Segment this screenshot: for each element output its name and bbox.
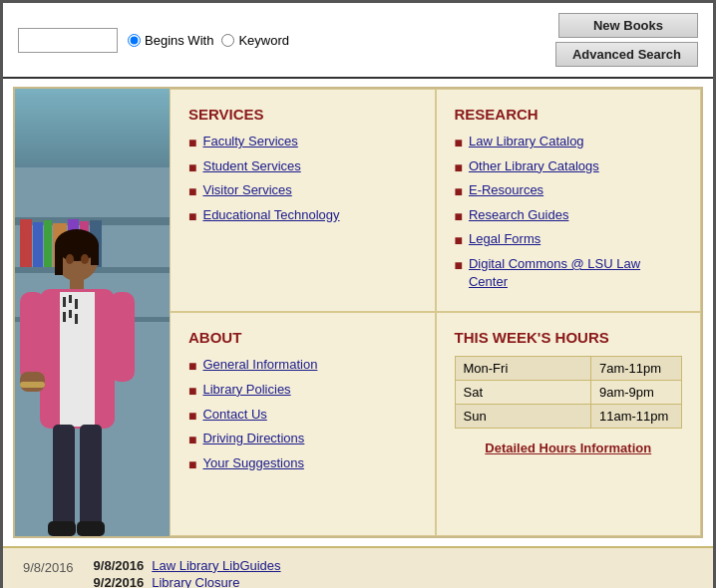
- research-panel: RESEARCH ■ Law Library Catalog ■ Other L…: [436, 89, 702, 312]
- news-date-2: 9/2/2016: [94, 575, 145, 588]
- hours-time-2: 9am-9pm: [591, 381, 682, 405]
- begins-with-label[interactable]: Begins With: [128, 33, 213, 48]
- list-item: ■ Faculty Services: [188, 133, 417, 153]
- about-title: ABOUT: [188, 329, 417, 346]
- bullet-icon: ■: [188, 431, 196, 450]
- begins-with-radio[interactable]: [128, 34, 141, 47]
- about-list: ■ General Information ■ Library Policies…: [188, 356, 417, 474]
- list-item: ■ Other Library Catalogs: [455, 157, 683, 178]
- begins-with-text: Begins With: [145, 33, 213, 48]
- hours-time-3: 11am-11pm: [591, 405, 682, 429]
- bullet-icon: ■: [188, 158, 196, 178]
- svg-rect-27: [20, 382, 45, 388]
- svg-rect-32: [48, 521, 76, 536]
- keyword-label[interactable]: Keyword: [221, 33, 289, 48]
- svg-rect-23: [75, 314, 78, 324]
- hours-time-1: 7am-11pm: [591, 357, 682, 381]
- news-link-2[interactable]: Library Closure: [152, 575, 239, 588]
- news-item-2: 9/2/2016 Library Closure: [94, 575, 281, 588]
- bullet-icon: ■: [455, 231, 463, 251]
- research-title: RESEARCH: [455, 106, 683, 123]
- footer-news: 9/8/2016 Law Library LibGuides 9/2/2016 …: [94, 558, 281, 588]
- list-item: ■ Contact Us: [188, 406, 417, 427]
- digital-commons-link[interactable]: Digital Commons @ LSU Law Center: [469, 255, 682, 291]
- bullet-icon: ■: [455, 182, 463, 202]
- svg-rect-21: [63, 312, 66, 322]
- top-bar: Begins With Keyword New Books Advanced S…: [3, 3, 713, 79]
- advanced-search-button[interactable]: Advanced Search: [555, 42, 698, 67]
- svg-point-29: [81, 254, 89, 264]
- educational-technology-link[interactable]: Educational Technology: [202, 206, 339, 224]
- svg-rect-14: [91, 245, 99, 265]
- outer-wrapper: Begins With Keyword New Books Advanced S…: [0, 0, 716, 588]
- search-input[interactable]: [18, 28, 118, 53]
- hours-day-1: Mon-Fri: [455, 357, 591, 381]
- table-row: Mon-Fri 7am-11pm: [455, 357, 682, 381]
- law-library-catalog-link[interactable]: Law Library Catalog: [469, 133, 584, 150]
- footer-left-date: 9/8/2016: [23, 558, 74, 575]
- bullet-icon: ■: [455, 256, 463, 276]
- svg-point-28: [66, 254, 74, 264]
- table-row: Sun 11am-11pm: [455, 405, 682, 429]
- svg-rect-24: [20, 292, 45, 382]
- svg-rect-33: [77, 521, 105, 536]
- bullet-icon: ■: [188, 134, 196, 153]
- list-item: ■ Research Guides: [455, 206, 683, 227]
- list-item: ■ E-Resources: [455, 181, 683, 202]
- content-grid: SERVICES ■ Faculty Services ■ Student Se…: [170, 89, 701, 536]
- detailed-hours-link[interactable]: Detailed Hours Information: [455, 441, 683, 455]
- legal-forms-link[interactable]: Legal Forms: [469, 230, 540, 248]
- research-guides-link[interactable]: Research Guides: [469, 206, 568, 224]
- hours-panel: THIS WEEK'S HOURS Mon-Fri 7am-11pm Sat 9…: [436, 312, 702, 535]
- bullet-icon: ■: [188, 455, 196, 475]
- news-link-1[interactable]: Law Library LibGuides: [152, 558, 280, 573]
- bullet-icon: ■: [455, 207, 463, 227]
- svg-rect-31: [80, 425, 102, 534]
- keyword-radio[interactable]: [221, 34, 234, 47]
- svg-rect-18: [63, 297, 66, 307]
- other-catalogs-link[interactable]: Other Library Catalogs: [469, 157, 599, 175]
- bullet-icon: ■: [188, 407, 196, 427]
- contact-us-link[interactable]: Contact Us: [202, 406, 266, 424]
- svg-rect-20: [75, 299, 78, 309]
- student-services-link[interactable]: Student Services: [202, 157, 300, 175]
- list-item: ■ Student Services: [188, 157, 417, 178]
- visitor-services-link[interactable]: Visitor Services: [202, 181, 291, 199]
- svg-rect-13: [55, 245, 63, 275]
- list-item: ■ Your Suggestions: [188, 454, 417, 475]
- bullet-icon: ■: [455, 158, 463, 178]
- svg-rect-30: [53, 425, 75, 534]
- hours-day-3: Sun: [455, 405, 591, 429]
- bullet-icon: ■: [455, 134, 463, 153]
- list-item: ■ Library Policies: [188, 381, 417, 402]
- svg-rect-4: [20, 219, 32, 267]
- list-item: ■ Driving Directions: [188, 430, 417, 450]
- library-policies-link[interactable]: Library Policies: [202, 381, 290, 399]
- table-row: Sat 9am-9pm: [455, 381, 682, 405]
- bottom-strip: 9/8/2016 9/8/2016 Law Library LibGuides …: [3, 546, 713, 588]
- your-suggestions-link[interactable]: Your Suggestions: [202, 454, 303, 472]
- list-item: ■ Visitor Services: [188, 181, 417, 202]
- list-item: ■ Digital Commons @ LSU Law Center: [455, 255, 683, 291]
- bullet-icon: ■: [188, 207, 196, 227]
- list-item: ■ Educational Technology: [188, 206, 417, 227]
- e-resources-link[interactable]: E-Resources: [469, 181, 543, 199]
- bullet-icon: ■: [188, 357, 196, 377]
- radio-group: Begins With Keyword: [128, 33, 289, 48]
- new-books-button[interactable]: New Books: [558, 13, 698, 38]
- top-buttons: New Books Advanced Search: [555, 13, 698, 67]
- svg-rect-5: [33, 222, 43, 267]
- keyword-text: Keyword: [238, 33, 289, 48]
- svg-rect-19: [69, 295, 72, 303]
- main-area: SERVICES ■ Faculty Services ■ Student Se…: [13, 87, 703, 538]
- bullet-icon: ■: [188, 382, 196, 402]
- hours-table: Mon-Fri 7am-11pm Sat 9am-9pm Sun 11am-11…: [455, 356, 683, 429]
- list-item: ■ General Information: [188, 356, 417, 377]
- general-info-link[interactable]: General Information: [202, 356, 317, 374]
- list-item: ■ Legal Forms: [455, 230, 683, 251]
- research-list: ■ Law Library Catalog ■ Other Library Ca…: [455, 133, 683, 291]
- services-panel: SERVICES ■ Faculty Services ■ Student Se…: [170, 89, 436, 312]
- faculty-services-link[interactable]: Faculty Services: [202, 133, 297, 150]
- news-item-1: 9/8/2016 Law Library LibGuides: [94, 558, 281, 573]
- driving-directions-link[interactable]: Driving Directions: [202, 430, 304, 447]
